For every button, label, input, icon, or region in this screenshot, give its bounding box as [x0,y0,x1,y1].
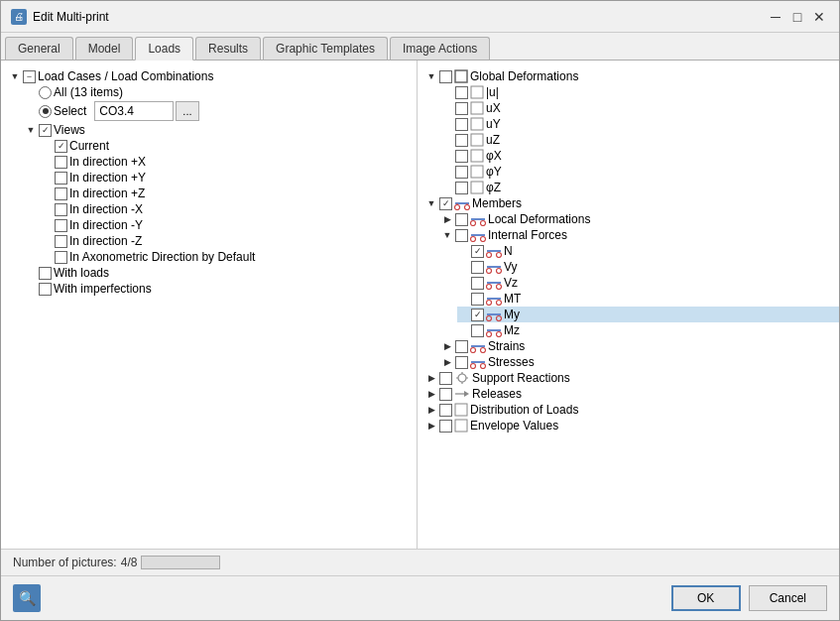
load-cases-checkbox[interactable] [23,70,36,83]
members-expand[interactable] [425,197,437,209]
phix-label: φX [486,149,502,163]
mz-checkbox[interactable] [471,324,484,337]
all-radio[interactable] [39,86,52,99]
minimize-button[interactable]: ─ [766,7,785,27]
with-loads-checkbox[interactable] [39,267,52,280]
with-loads-label: With loads [54,266,109,280]
svg-marker-49 [464,391,469,397]
tab-loads[interactable]: Loads [135,37,193,61]
tab-graphic-templates[interactable]: Graphic Templates [263,37,388,60]
select-input[interactable] [94,101,174,121]
support-checkbox[interactable] [439,372,452,385]
frame-icon-phix [470,149,484,163]
select-radio[interactable] [39,105,52,118]
cancel-button[interactable]: Cancel [749,585,827,611]
tab-results[interactable]: Results [195,37,261,60]
envelope-expand[interactable] [425,420,437,432]
with-imperfections-checkbox[interactable] [39,283,52,296]
svg-point-35 [487,332,492,337]
frame-icon-small [470,85,484,99]
current-checkbox[interactable] [55,140,67,153]
my-checkbox[interactable] [471,309,484,321]
u-abs-row: |u| [441,84,831,100]
svg-point-10 [465,205,470,210]
releases-expand[interactable] [425,388,437,400]
envelope-icon [454,419,468,433]
dir-my-checkbox[interactable] [55,219,67,232]
distrib-checkbox[interactable] [439,404,452,417]
strains-label: Strains [488,339,525,353]
axonometric-label: In Axonometric Direction by Default [69,250,255,264]
local-def-expand[interactable] [441,213,453,225]
pictures-progress-bar [141,556,220,569]
n-checkbox[interactable] [471,245,484,258]
dir-py-checkbox[interactable] [55,172,67,185]
svg-point-9 [455,205,460,210]
internal-forces-checkbox[interactable] [455,229,468,242]
select-label: Select [54,104,86,118]
maximize-button[interactable]: □ [787,7,807,27]
global-def-root: Global Deformations [425,68,831,84]
ux-label: uX [486,101,501,115]
members-checkbox[interactable] [439,197,452,210]
dir-pz-label: In direction +Z [69,186,145,200]
releases-checkbox[interactable] [439,388,452,401]
select-browse-button[interactable]: ... [176,101,198,121]
phiy-checkbox[interactable] [455,166,468,179]
svg-point-42 [481,364,486,369]
ok-button[interactable]: OK [671,585,741,611]
stresses-expand[interactable] [441,356,453,368]
dir-my-label: In direction -Y [69,218,143,232]
u-abs-checkbox[interactable] [455,86,468,99]
svg-rect-6 [471,166,483,178]
left-panel: Load Cases / Load Combinations All (13 i… [1,61,418,549]
views-checkbox[interactable] [39,124,52,137]
uy-label: uY [486,117,501,131]
search-icon-box[interactable]: 🔍 [13,584,41,612]
dialog-title: Edit Multi-print [33,10,109,24]
mt-checkbox[interactable] [471,293,484,306]
internal-forces-expand[interactable] [441,229,453,241]
support-expand[interactable] [425,372,437,384]
axonometric-checkbox[interactable] [55,251,67,264]
uz-label: uZ [486,133,500,147]
strains-icon [470,339,486,353]
vz-checkbox[interactable] [471,277,484,290]
releases-icon [454,387,470,401]
tab-image-actions[interactable]: Image Actions [390,37,490,60]
phiz-checkbox[interactable] [455,182,468,194]
dir-mz-row: In direction -Z [41,233,409,249]
svg-rect-51 [455,420,467,432]
ux-checkbox[interactable] [455,102,468,115]
local-def-checkbox[interactable] [455,213,468,226]
envelope-checkbox[interactable] [439,420,452,433]
dir-mz-checkbox[interactable] [55,235,67,248]
vy-checkbox[interactable] [471,261,484,274]
uz-checkbox[interactable] [455,134,468,147]
strains-checkbox[interactable] [455,340,468,353]
dir-px-checkbox[interactable] [55,156,67,169]
phix-checkbox[interactable] [455,150,468,163]
svg-point-23 [487,269,492,274]
dir-pz-checkbox[interactable] [55,187,67,200]
strains-expand[interactable] [441,340,453,352]
load-cases-expand[interactable] [9,70,21,82]
axonometric-row: In Axonometric Direction by Default [41,249,409,265]
phiz-row: φZ [441,180,831,195]
distrib-expand[interactable] [425,404,437,416]
global-def-expand[interactable] [425,70,437,82]
phiz-label: φZ [486,181,501,194]
tab-model[interactable]: Model [75,37,134,60]
svg-point-21 [497,253,502,258]
views-root: Views [25,122,409,138]
dir-mx-checkbox[interactable] [55,203,67,216]
svg-rect-4 [471,134,483,146]
support-reactions-row: Support Reactions [425,370,831,386]
global-def-checkbox[interactable] [439,70,452,83]
releases-label: Releases [472,387,522,401]
stresses-checkbox[interactable] [455,356,468,369]
close-button[interactable]: ✕ [809,7,829,27]
views-expand[interactable] [25,124,37,136]
tab-general[interactable]: General [5,37,73,60]
uy-checkbox[interactable] [455,118,468,131]
